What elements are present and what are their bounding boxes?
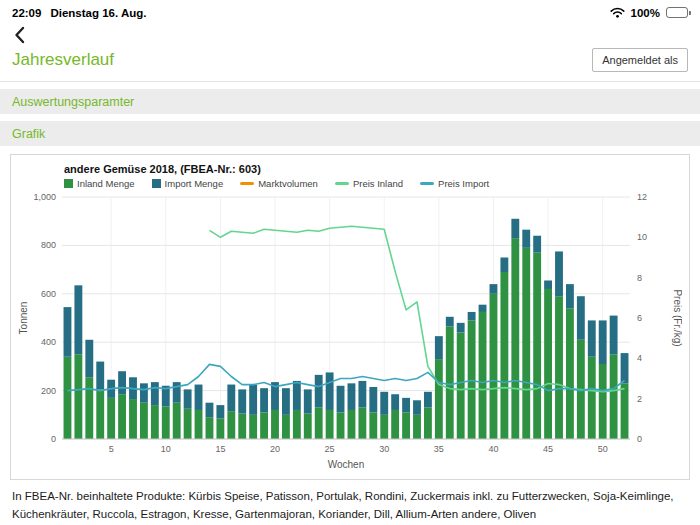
svg-text:25: 25 [325, 444, 335, 454]
status-time: 22:09 [12, 7, 41, 19]
nav-row [0, 22, 700, 46]
legend-marker [420, 182, 434, 185]
chart-svg: 02004006008001,0000246810125101520253035… [16, 191, 682, 473]
logged-in-as-button[interactable]: Angemeldet als [592, 48, 688, 72]
svg-text:800: 800 [41, 240, 56, 250]
legend-item[interactable]: Import Menge [152, 178, 224, 189]
status-date: Dienstag 16. Aug. [50, 7, 146, 19]
wifi-icon [610, 7, 625, 18]
battery-icon [666, 7, 688, 18]
footer-products-note: In FBEA-Nr. beinhaltete Produkte: Kürbis… [12, 488, 688, 524]
svg-text:Wochen: Wochen [328, 459, 365, 470]
legend-label: Inland Menge [77, 178, 135, 189]
bars-group [64, 219, 629, 439]
title-row: Jahresverlauf Angemeldet als [0, 46, 700, 82]
section-grafik-label: Grafik [12, 127, 45, 141]
legend-item[interactable]: Inland Menge [64, 178, 135, 189]
svg-text:15: 15 [215, 444, 225, 454]
legend-marker [64, 179, 73, 188]
svg-text:6: 6 [637, 313, 642, 323]
svg-text:10: 10 [161, 444, 171, 454]
svg-text:4: 4 [637, 353, 642, 363]
legend-marker [240, 182, 254, 185]
section-auswertungsparameter[interactable]: Auswertungsparamter [0, 89, 700, 114]
svg-text:0: 0 [637, 434, 642, 444]
chart-legend: Inland MengeImport MengeMarktvolumenPrei… [64, 178, 684, 189]
chart-title: andere Gemüse 2018, (FBEA-Nr.: 603) [64, 163, 684, 175]
legend-label: Preis Import [438, 178, 489, 189]
chart-panel: andere Gemüse 2018, (FBEA-Nr.: 603) Inla… [10, 154, 690, 480]
back-chevron-icon[interactable] [14, 26, 25, 44]
svg-text:8: 8 [637, 273, 642, 283]
svg-text:600: 600 [41, 289, 56, 299]
svg-text:50: 50 [598, 444, 608, 454]
legend-item[interactable]: Preis Import [420, 178, 489, 189]
status-bar: 22:09 Dienstag 16. Aug. 100% [0, 0, 700, 22]
legend-marker [335, 182, 349, 185]
svg-text:1,000: 1,000 [33, 192, 56, 202]
legend-item[interactable]: Marktvolumen [240, 178, 318, 189]
legend-label: Import Menge [165, 178, 224, 189]
section-grafik[interactable]: Grafik [0, 121, 700, 146]
legend-item[interactable]: Preis Inland [335, 178, 403, 189]
svg-text:40: 40 [488, 444, 498, 454]
svg-text:0: 0 [51, 434, 56, 444]
svg-text:30: 30 [379, 444, 389, 454]
svg-text:Tonnen: Tonnen [18, 302, 29, 335]
section-auswertungsparameter-label: Auswertungsparamter [12, 95, 134, 109]
legend-label: Preis Inland [353, 178, 403, 189]
svg-text:5: 5 [109, 444, 114, 454]
svg-text:400: 400 [41, 337, 56, 347]
legend-marker [152, 179, 161, 188]
screen: 22:09 Dienstag 16. Aug. 100% Jahresverla… [0, 0, 700, 524]
battery-percent: 100% [631, 7, 660, 19]
svg-text:200: 200 [41, 386, 56, 396]
svg-text:35: 35 [434, 444, 444, 454]
svg-text:45: 45 [543, 444, 553, 454]
legend-label: Marktvolumen [258, 178, 318, 189]
svg-text:Preis (Fr./kg): Preis (Fr./kg) [672, 289, 682, 346]
svg-text:2: 2 [637, 394, 642, 404]
svg-text:20: 20 [270, 444, 280, 454]
page-title: Jahresverlauf [12, 50, 114, 70]
svg-text:12: 12 [637, 192, 647, 202]
svg-text:10: 10 [637, 232, 647, 242]
